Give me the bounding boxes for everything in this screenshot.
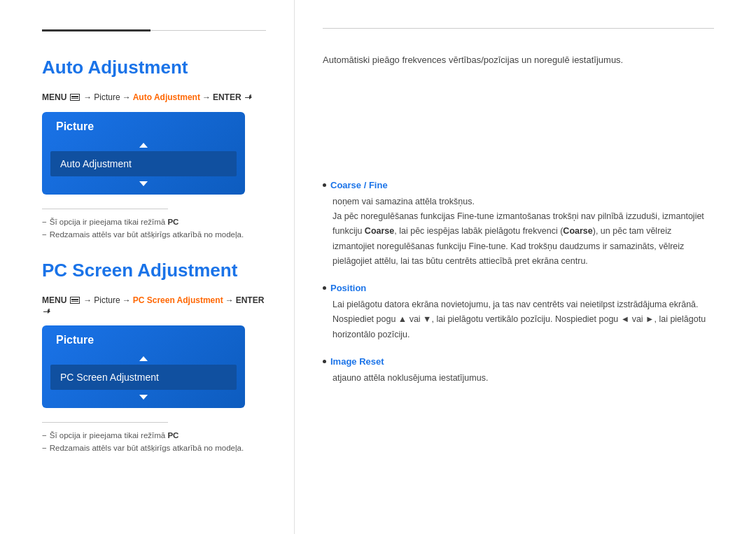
note-1-2: − Redzamais attēls var būt atšķirīgs atk…: [42, 230, 266, 239]
left-column: Auto Adjustment MENU → Picture → Auto Ad…: [0, 0, 294, 534]
right-column: Automātiski pieāgo frekvences vērtības/p…: [294, 0, 756, 534]
header-lines: [42, 28, 266, 32]
menu-prefix: MENU: [42, 92, 66, 102]
image-reset-title: Image Reset: [323, 356, 714, 367]
right-header-line: [323, 28, 714, 29]
position-label: Position: [330, 283, 366, 293]
svg-marker-3: [139, 395, 148, 400]
up-arrow-1: [42, 139, 245, 151]
auto-adjustment-menu-item: Auto Adjustment: [50, 151, 237, 176]
position-title: Position: [323, 283, 714, 293]
bullet-dot-3: [323, 360, 326, 363]
svg-marker-0: [139, 143, 148, 148]
auto-adjustment-title: Auto Adjustment: [42, 57, 266, 78]
note-1-1: − Šī opcija ir pieejama tikai režīmā PC: [42, 218, 266, 226]
menu-highlight-pc: PC Screen Adjustment: [133, 295, 223, 305]
coarse-fine-content: noņem vai samazina attēla trokšņus. Ja p…: [323, 195, 714, 269]
bullet-dot-1: [323, 183, 326, 187]
auto-adjustment-description: Automātiski pieāgo frekvences vērtības/p…: [323, 53, 714, 68]
menu-icon-2: [70, 297, 80, 304]
auto-adjustment-section: Auto Adjustment MENU → Picture → Auto Ad…: [42, 57, 266, 239]
enter-icon: [244, 93, 253, 101]
picture-menu-header-1: Picture: [42, 112, 245, 139]
down-arrow-2: [42, 390, 245, 408]
coarse-fine-title: Coarse / Fine: [323, 180, 714, 190]
auto-adjustment-menu-box: Picture Auto Adjustment: [42, 112, 245, 195]
auto-adjustment-menu-path: MENU → Picture → Auto Adjustment → ENTER: [42, 92, 266, 102]
pc-screen-menu-item: PC Screen Adjustment: [50, 365, 237, 390]
note-2-2: − Redzamais attēls var būt atšķirīgs atk…: [42, 444, 266, 452]
header-line-light: [150, 30, 266, 31]
svg-marker-1: [139, 181, 148, 186]
up-arrow-2: [42, 352, 245, 365]
pc-screen-adjustment-section: PC Screen Adjustment MENU → Picture → PC…: [42, 260, 266, 452]
menu-icon: [70, 94, 80, 101]
enter-icon-2: [42, 307, 52, 316]
menu-highlight-auto: Auto Adjustment: [133, 92, 200, 102]
menu-prefix-2: MENU: [42, 295, 66, 305]
svg-marker-2: [139, 356, 148, 361]
divider-2: [42, 422, 168, 423]
down-arrow-1: [42, 176, 245, 195]
divider-1: [42, 209, 168, 209]
position-content: Lai pielāgotu datora ekrāna novietojumu,…: [323, 297, 714, 342]
pc-screen-menu-box: Picture PC Screen Adjustment: [42, 325, 245, 408]
picture-menu-header-2: Picture: [42, 325, 245, 352]
pc-screen-adjustment-title: PC Screen Adjustment: [42, 260, 266, 281]
coarse-fine-label: Coarse / Fine: [330, 180, 388, 190]
bullets-container: Coarse / Fine noņem vai samazina attēla …: [323, 180, 714, 386]
pc-screen-adjustment-menu-path: MENU → Picture → PC Screen Adjustment → …: [42, 295, 266, 316]
note-2-1: − Šī opcija ir pieejama tikai režīmā PC: [42, 431, 266, 440]
image-reset-content: atjauno attēla noklusējuma iestatījumus.: [323, 371, 714, 386]
bullet-dot-2: [323, 286, 326, 290]
image-reset-section: Image Reset atjauno attēla noklusējuma i…: [323, 356, 714, 386]
position-section: Position Lai pielāgotu datora ekrāna nov…: [323, 283, 714, 342]
header-line-dark: [42, 29, 150, 31]
image-reset-label: Image Reset: [330, 356, 384, 367]
coarse-fine-section: Coarse / Fine noņem vai samazina attēla …: [323, 180, 714, 269]
